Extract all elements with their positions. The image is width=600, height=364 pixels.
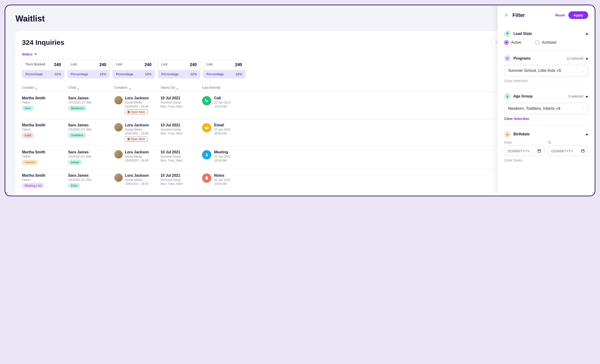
programs-clear[interactable]: Clear Selection: [504, 79, 588, 83]
contact-cell: Martha Smith Father Viewed: [22, 150, 68, 165]
avatar: [114, 123, 123, 131]
radio-active[interactable]: Active: [504, 40, 521, 45]
age-badge: Newborn: [68, 106, 87, 111]
svg-rect-4: [506, 59, 508, 59]
status-badge: New: [22, 106, 34, 111]
meeting-icon: [202, 150, 211, 159]
filter-panel: ✕ Filter Reset Apply Lead State Active A…: [498, 5, 595, 196]
col-starts[interactable]: Starts On: [160, 85, 202, 90]
table-row[interactable]: Martha Smith Father Lost Sara James 1/5/…: [22, 119, 578, 146]
activity-cell: Email 22 Jan 2022 10:00 AM: [202, 123, 248, 141]
reset-button[interactable]: Reset: [555, 13, 565, 17]
inquiries-count: 324 Inquiries: [22, 38, 64, 47]
table-row[interactable]: Martha Smith Father Viewed Sara James 1/…: [22, 146, 578, 169]
chevron-up-icon[interactable]: [585, 96, 588, 97]
birthdate-clear[interactable]: Clear Dates: [504, 158, 588, 162]
creation-cell: Lora Jackson Social Media 23/6/2022 - 16…: [114, 173, 160, 188]
chevron-down-icon: [34, 54, 37, 55]
open-note-button[interactable]: Open Note: [125, 137, 148, 141]
age-badge: Infant: [68, 159, 82, 165]
from-date-field[interactable]: [508, 149, 537, 153]
status-badge: Lost: [22, 132, 34, 138]
radio-archived[interactable]: Archived: [535, 40, 556, 45]
programs-selected-count: 12 selected: [566, 56, 583, 60]
svg-rect-2: [506, 57, 508, 58]
stat-card[interactable]: Lost240Percentage12%: [67, 59, 110, 79]
filter-header: ✕ Filter Reset Apply: [504, 11, 588, 19]
from-date-input[interactable]: [504, 146, 544, 156]
status-dropdown[interactable]: Status: [22, 52, 578, 56]
birthdate-icon: [504, 131, 511, 137]
card-header: 324 Inquiries: [22, 37, 578, 47]
creation-cell: Lora Jackson Social Media 23/6/2022 - 16…: [114, 96, 160, 115]
chevron-up-icon[interactable]: [585, 133, 588, 135]
svg-rect-7: [581, 150, 584, 152]
call-icon: [202, 96, 211, 105]
activity-cell: Meeting 22 Jan 2022 10:00 AM: [202, 150, 248, 165]
open-note-button[interactable]: Open Note: [125, 110, 148, 115]
lead-state-section: Lead State Active Archived: [504, 25, 588, 50]
creation-cell: Lora Jackson Social Media 23/6/2022 - 16…: [114, 123, 160, 141]
child-cell: Sara James 1/5/2020 (1Y 3M) Infant: [68, 150, 114, 165]
avatar: [114, 150, 123, 159]
sort-icon: [129, 88, 131, 90]
activity-cell: Call 22 Jan 2022 10:00 AM: [202, 96, 248, 115]
email-icon: [202, 123, 211, 132]
calendar-icon: [581, 149, 585, 153]
col-child[interactable]: Child: [68, 85, 114, 90]
child-cell: Sara James 1/5/2020 (1Y 3M) Toddlers: [68, 123, 114, 141]
filter-title: Filter: [513, 12, 525, 18]
stat-card[interactable]: Tours Booked240Percentage12%: [22, 59, 65, 79]
chevron-up-icon[interactable]: [585, 33, 588, 35]
child-cell: Sara James 1/5/2020 (1Y 3M) Kids: [68, 173, 114, 188]
close-icon[interactable]: ✕: [504, 12, 508, 18]
col-creation[interactable]: Creation: [114, 85, 160, 90]
svg-rect-3: [506, 58, 508, 59]
age-group-selected-count: 5 selected: [568, 94, 583, 98]
status-badge: Waiting List: [22, 183, 44, 188]
sort-icon: [177, 88, 178, 90]
stat-card[interactable]: Lost240Percentage12%: [112, 59, 155, 79]
lead-state-icon: [504, 30, 511, 37]
creation-cell: Lora Jackson Social Media 23/6/2022 - 16…: [114, 150, 160, 165]
stat-card[interactable]: Lost240Percentage12%: [203, 59, 245, 79]
programs-icon: [504, 55, 511, 62]
starts-cell: 10 Jul 2021 Summer Camp Mon, Tues, Wed: [160, 123, 202, 141]
to-date-field[interactable]: [551, 149, 581, 153]
programs-section: Programs 12 selected Summer School, Litt…: [504, 50, 588, 88]
status-stats: Tours Booked240Percentage12%Lost240Perce…: [22, 59, 578, 79]
child-cell: Sara James 1/5/2020 (1Y 3M) Newborn: [68, 96, 114, 115]
table-row[interactable]: Martha Smith Father New Sara James 1/5/2…: [22, 92, 578, 119]
radio-dot-icon: [535, 40, 540, 45]
starts-cell: 10 Jul 2021 Summer Camp Mon, Tues, Wed: [160, 173, 202, 188]
contact-cell: Martha Smith Father New: [22, 96, 68, 115]
to-label: To: [548, 141, 588, 144]
stat-card[interactable]: Lost240Percentage12%: [158, 59, 200, 79]
age-group-title: Age Group: [513, 94, 533, 98]
col-activity[interactable]: Last Activity: [202, 85, 248, 90]
age-badge: Toddlers: [68, 132, 86, 138]
age-group-clear[interactable]: Clear Selection: [504, 117, 588, 121]
apply-button[interactable]: Apply: [568, 11, 588, 19]
app-window: Waitlist + New Inquiry 324 Inquiries Sta…: [5, 5, 595, 196]
activity-cell: Notes 22 Jan 2022 10:00 AM: [202, 173, 248, 188]
programs-title: Programs: [513, 56, 531, 61]
starts-cell: 10 Jul 2021 Summer Camp Mon, Tues, Wed: [160, 150, 202, 165]
calendar-icon: [537, 149, 541, 153]
programs-select[interactable]: Summer School, Little Kids +3 ⌄: [504, 65, 588, 76]
contact-cell: Martha Smith Father Waiting List: [22, 173, 68, 188]
age-group-icon: [504, 93, 511, 100]
to-date-input[interactable]: [548, 146, 588, 156]
age-group-section: Age Group 5 selected Newborn, Toddlers, …: [504, 88, 588, 126]
birthdate-section: Birthdate From To Clear: [504, 126, 588, 167]
radio-dot-icon: [504, 40, 509, 45]
status-badge: Viewed: [22, 159, 38, 165]
table-row[interactable]: Martha Smith Father Waiting List Sara Ja…: [22, 169, 578, 192]
svg-rect-6: [538, 150, 541, 152]
sort-icon: [35, 88, 37, 90]
col-contact[interactable]: Contact: [22, 85, 68, 90]
svg-point-0: [206, 153, 207, 155]
chevron-up-icon[interactable]: [585, 58, 588, 59]
sort-icon: [77, 88, 79, 90]
age-group-select[interactable]: Newborn, Toddlers, Infants +3 ›: [504, 103, 588, 114]
